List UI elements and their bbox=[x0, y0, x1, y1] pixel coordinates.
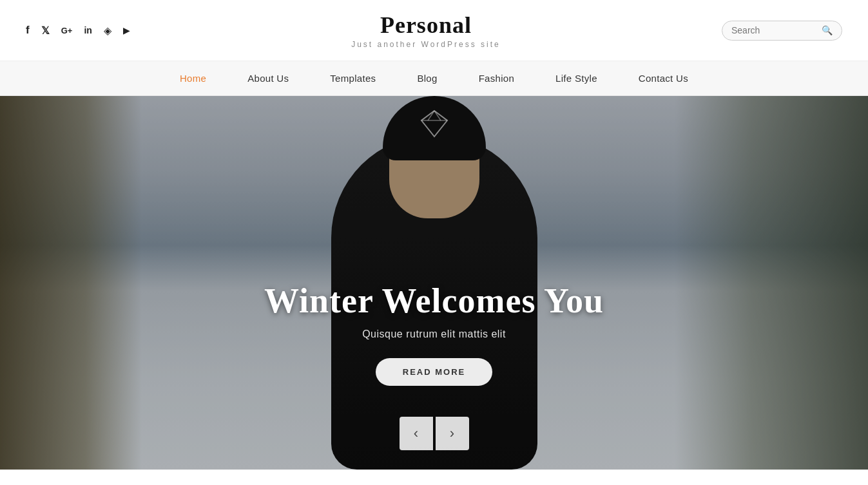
rss-link[interactable]: ◈ bbox=[104, 24, 111, 37]
social-links: f 𝕏 G+ in ◈ ▶ bbox=[26, 24, 130, 37]
nav-item-lifestyle[interactable]: Life Style bbox=[535, 61, 618, 95]
hero-section: Winter Welcomes You Quisque rutrum elit … bbox=[0, 96, 868, 470]
nav-item-templates[interactable]: Templates bbox=[309, 61, 396, 95]
search-icon[interactable]: 🔍 bbox=[822, 25, 833, 36]
hero-content: Winter Welcomes You Quisque rutrum elit … bbox=[209, 281, 660, 386]
nav-link-home[interactable]: Home bbox=[159, 61, 227, 95]
hero-title: Winter Welcomes You bbox=[209, 281, 660, 321]
nav-item-blog[interactable]: Blog bbox=[396, 61, 458, 95]
nav-item-contact[interactable]: Contact Us bbox=[618, 61, 709, 95]
nav-link-contact[interactable]: Contact Us bbox=[618, 61, 709, 95]
twitter-link[interactable]: 𝕏 bbox=[41, 24, 50, 37]
facebook-icon: f bbox=[26, 24, 30, 36]
nav-link-blog[interactable]: Blog bbox=[396, 61, 458, 95]
search-input[interactable] bbox=[731, 25, 822, 35]
facebook-link[interactable]: f bbox=[26, 24, 30, 37]
google-plus-icon: G+ bbox=[61, 26, 73, 35]
linkedin-icon: in bbox=[84, 25, 92, 35]
nav-item-about[interactable]: About Us bbox=[227, 61, 309, 95]
nav-link-templates[interactable]: Templates bbox=[309, 61, 396, 95]
youtube-icon: ▶ bbox=[123, 25, 130, 35]
hero-arrows: ‹ › bbox=[400, 417, 469, 450]
hero-cta-button[interactable]: READ MORE bbox=[376, 358, 492, 386]
linkedin-link[interactable]: in bbox=[84, 24, 92, 36]
twitter-icon: 𝕏 bbox=[41, 25, 50, 36]
nav-item-home[interactable]: Home bbox=[159, 61, 227, 95]
site-title: Personal bbox=[130, 12, 722, 39]
site-tagline: Just another WordPress site bbox=[130, 40, 722, 49]
main-nav: Home About Us Templates Blog Fashion Lif… bbox=[0, 61, 868, 96]
rss-icon: ◈ bbox=[104, 25, 111, 36]
site-header: f 𝕏 G+ in ◈ ▶ Personal Just another Word… bbox=[0, 0, 868, 61]
site-brand: Personal Just another WordPress site bbox=[130, 12, 722, 49]
youtube-link[interactable]: ▶ bbox=[123, 24, 130, 36]
hero-next-button[interactable]: › bbox=[436, 417, 469, 450]
nav-link-lifestyle[interactable]: Life Style bbox=[535, 61, 618, 95]
nav-link-fashion[interactable]: Fashion bbox=[458, 61, 535, 95]
nav-link-about[interactable]: About Us bbox=[227, 61, 309, 95]
hero-subtitle: Quisque rutrum elit mattis elit bbox=[209, 328, 660, 340]
google-plus-link[interactable]: G+ bbox=[61, 24, 73, 36]
hero-prev-button[interactable]: ‹ bbox=[400, 417, 433, 450]
nav-item-fashion[interactable]: Fashion bbox=[458, 61, 535, 95]
search-box[interactable]: 🔍 bbox=[722, 21, 842, 41]
